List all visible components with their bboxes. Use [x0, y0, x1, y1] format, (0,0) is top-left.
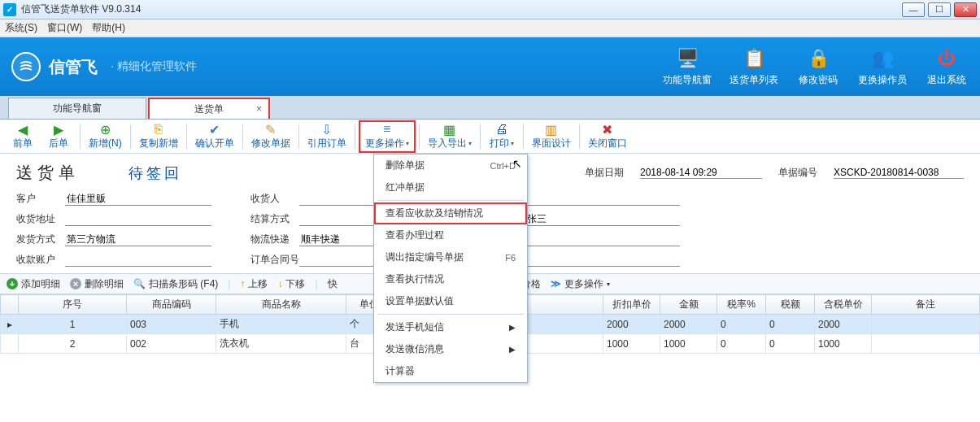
add-detail-button[interactable]: +添加明细 [7, 277, 60, 291]
tab-nav-label: 功能导航窗 [53, 102, 102, 115]
scan-button[interactable]: 🔍扫描条形码 (F4) [133, 277, 218, 291]
app-banner: 信管飞 · 精细化管理软件 🖥️ 功能导航窗 📋 送货单列表 🔒 修改密码 👥 … [0, 37, 980, 96]
cell-seq[interactable]: 1 [19, 315, 127, 334]
tab-close-icon[interactable]: × [246, 103, 262, 115]
phone-field[interactable] [525, 192, 680, 206]
dd-view-process[interactable]: 查看办理过程 [374, 224, 527, 246]
num-field[interactable] [834, 167, 964, 179]
customer-label: 客户 [16, 192, 65, 206]
cell-tax-price[interactable]: 2000 [815, 315, 872, 334]
cell-amount[interactable]: 1000 [660, 334, 717, 354]
col-code[interactable]: 商品编码 [127, 295, 216, 315]
cell-name[interactable]: 手机 [216, 315, 346, 334]
next-button[interactable]: ▶后单 [41, 120, 76, 153]
tab-nav[interactable]: 功能导航窗 [8, 98, 146, 119]
col-tax-rate[interactable]: 税率% [717, 295, 766, 315]
acct-field[interactable] [65, 253, 211, 267]
col-amount[interactable]: 金额 [660, 295, 717, 315]
tab-delivery[interactable]: 送货单 × [148, 98, 270, 119]
cell-code[interactable]: 003 [127, 315, 216, 334]
cell-remark[interactable] [872, 315, 980, 334]
dd-call-num[interactable]: 调出指定编号单据F6 [374, 246, 527, 268]
up-button[interactable]: ↑上移 [240, 277, 268, 291]
banner-pwd-label: 修改密码 [799, 73, 838, 87]
dd-red[interactable]: 红冲单据 [374, 176, 527, 198]
quote-button[interactable]: ⇩引用订单 [303, 120, 351, 153]
col-name[interactable]: 商品名称 [216, 295, 346, 315]
menu-window[interactable]: 窗口(W) [47, 21, 82, 35]
banner-list-label: 送货单列表 [730, 73, 778, 87]
doc-status: 待签回 [128, 163, 182, 183]
col-disc-price[interactable]: 折扣单价 [603, 295, 660, 315]
close-window-button[interactable]: ✖关闭窗口 [583, 120, 632, 153]
import-icon: ⇩ [321, 122, 332, 137]
cell-amount[interactable]: 2000 [660, 315, 717, 334]
arrow-left-icon: ◀ [18, 122, 28, 137]
banner-pwd-button[interactable]: 🔒 修改密码 [796, 47, 840, 87]
del-detail-button[interactable]: ×删除明细 [70, 277, 124, 291]
cell-remark[interactable] [872, 334, 980, 354]
cell-name[interactable]: 洗衣机 [216, 334, 346, 354]
arrow-right-icon: ▶ [54, 122, 63, 137]
customer-field[interactable] [65, 192, 211, 206]
print-button[interactable]: 🖨打印▾ [484, 120, 520, 153]
more-ops-button[interactable]: ≫更多操作▾ [551, 277, 610, 291]
col-tax-price[interactable]: 含税单价 [815, 295, 872, 315]
plus-icon: + [7, 278, 18, 289]
cell-tax-rate[interactable]: 0 [717, 334, 766, 354]
ship-field[interactable] [65, 233, 211, 246]
sales-field[interactable] [525, 212, 680, 226]
col-seq[interactable]: 序号 [19, 295, 127, 315]
main-content: ◀前单 ▶后单 ⊕新增(N) ⎘复制新增 ✔确认开单 ✎修改单据 ⇩引用订单 ≡… [0, 119, 980, 422]
menu-system[interactable]: 系统(S) [5, 21, 37, 35]
banner-exit-button[interactable]: ⏻ 退出系统 [925, 47, 969, 87]
dd-delete[interactable]: 删除单据Ctrl+D [374, 154, 527, 176]
close-button[interactable]: ✕ [954, 2, 977, 17]
cell-tax[interactable]: 0 [766, 315, 815, 334]
banner-operator-label: 更换操作员 [858, 73, 907, 87]
confirm-button[interactable]: ✔确认开单 [190, 120, 239, 153]
down-button[interactable]: ↓下移 [277, 277, 305, 291]
dd-send-sms[interactable]: 发送手机短信▶ [374, 316, 527, 338]
banner-list-button[interactable]: 📋 送货单列表 [730, 47, 778, 87]
new-button[interactable]: ⊕新增(N) [84, 120, 127, 153]
maximize-button[interactable]: ☐ [928, 2, 951, 17]
dd-view-exec[interactable]: 查看执行情况 [374, 268, 527, 290]
recv-addr-field[interactable] [65, 212, 211, 226]
cell-tax[interactable]: 0 [766, 334, 815, 354]
this-pay-field[interactable] [525, 233, 680, 246]
date-field[interactable] [640, 167, 762, 179]
dd-calc[interactable]: 计算器 [374, 360, 527, 382]
menu-help[interactable]: 帮助(H) [92, 21, 125, 35]
dd-send-wx[interactable]: 发送微信消息▶ [374, 338, 527, 360]
edit-button[interactable]: ✎修改单据 [246, 120, 295, 153]
cell-code[interactable]: 002 [127, 334, 216, 354]
cell-disc-price[interactable]: 2000 [603, 315, 660, 334]
col-tax[interactable]: 税额 [766, 295, 815, 315]
dd-view-recv[interactable]: 查看应收款及结销情况↖ [374, 202, 527, 224]
more-button[interactable]: ≡更多操作▾ [359, 120, 416, 153]
dd-set-default[interactable]: 设置单据默认值 [374, 290, 527, 312]
cell-tax-rate[interactable]: 0 [717, 315, 766, 334]
quick-button[interactable]: 快 [328, 277, 338, 291]
cursor-icon: ↖ [512, 157, 522, 170]
col-remark[interactable]: 备注 [872, 295, 980, 315]
chevrons-icon: ≫ [551, 278, 561, 289]
arrow-up-icon: ↑ [240, 278, 245, 289]
cell-tax-price[interactable]: 1000 [815, 334, 872, 354]
more-dropdown: 删除单据Ctrl+D 红冲单据 查看应收款及结销情况↖ 查看办理过程 调出指定编… [373, 154, 528, 383]
prev-button[interactable]: ◀前单 [5, 120, 41, 153]
banner-operator-button[interactable]: 👥 更换操作员 [858, 47, 907, 87]
arrow-down-icon: ↓ [277, 278, 282, 289]
minimize-button[interactable]: — [902, 2, 925, 17]
copy-new-button[interactable]: ⎘复制新增 [134, 120, 183, 153]
layout-button[interactable]: ▥界面设计 [527, 120, 576, 153]
banner-nav-label: 功能导航窗 [663, 73, 712, 87]
cell-disc-price[interactable]: 1000 [603, 334, 660, 354]
banner-nav-button[interactable]: 🖥️ 功能导航窗 [663, 47, 712, 87]
logo-icon [11, 52, 41, 81]
cell-seq[interactable]: 2 [19, 334, 127, 354]
remark-field[interactable] [525, 253, 680, 267]
chevron-down-icon: ▾ [406, 140, 409, 147]
io-button[interactable]: ▦导入导出▾ [423, 120, 477, 153]
